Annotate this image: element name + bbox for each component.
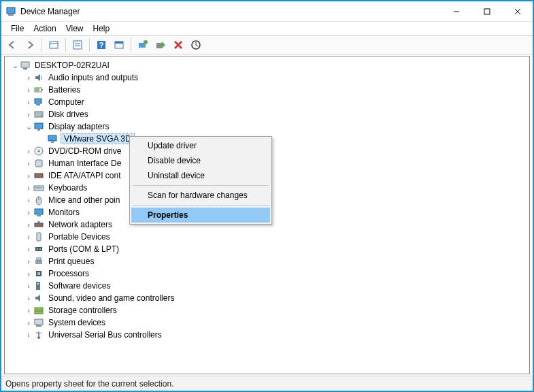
network-icon	[33, 219, 44, 230]
tree-category[interactable]: ›IDE ATA/ATAPI cont	[21, 169, 529, 182]
tree-category-label: Ports (COM & LPT)	[47, 244, 120, 254]
dvd-icon	[33, 146, 44, 157]
ctx-scan-hardware[interactable]: Scan for hardware changes	[131, 188, 270, 203]
minimize-button[interactable]	[441, 2, 471, 21]
tree-category[interactable]: ›Universal Serial Bus controllers	[21, 329, 529, 341]
expand-collapse-icon[interactable]: ⌄	[24, 122, 33, 131]
tree-category[interactable]: ›Print queues	[21, 255, 529, 267]
expand-collapse-icon[interactable]: ›	[24, 233, 33, 241]
tree-category[interactable]: ›Portable Devices	[21, 231, 529, 243]
tree-category[interactable]: ›Network adapters	[21, 218, 529, 231]
status-bar: Opens property sheet for the current sel…	[1, 376, 533, 391]
show-hidden-button[interactable]	[46, 37, 62, 52]
svg-rect-33	[51, 142, 54, 143]
expand-collapse-icon[interactable]: ›	[24, 98, 33, 106]
svg-rect-22	[23, 68, 27, 69]
tree-category[interactable]: ›Disk drives	[21, 108, 529, 120]
expand-collapse-icon[interactable]: ›	[24, 147, 33, 155]
tree-category[interactable]: ›Storage controllers	[21, 304, 529, 316]
svg-rect-21	[21, 62, 29, 67]
tree-category[interactable]: ›Ports (COM & LPT)	[21, 243, 529, 255]
back-button[interactable]	[4, 37, 20, 52]
expand-collapse-icon[interactable]: ›	[24, 306, 33, 314]
ctx-properties[interactable]: Properties	[131, 208, 270, 223]
device-tree[interactable]: ⌄ DESKTOP-02R2UAI ›Audio inputs and outp…	[4, 56, 530, 374]
tree-category[interactable]: ›Computer	[21, 96, 529, 108]
find-button[interactable]	[111, 37, 127, 52]
tree-category[interactable]: ›Sound, video and game controllers	[21, 292, 529, 304]
expand-collapse-icon[interactable]: ›	[24, 196, 33, 204]
computer-icon	[20, 60, 31, 71]
tree-category[interactable]: ›System devices	[21, 316, 529, 329]
tree-category-label: Display adapters	[47, 122, 110, 131]
forward-button[interactable]	[22, 37, 38, 52]
expand-collapse-icon[interactable]: ›	[24, 331, 33, 339]
toolbar-separator	[65, 38, 66, 52]
expand-collapse-icon[interactable]: ›	[24, 245, 33, 253]
uninstall-button[interactable]	[170, 37, 186, 52]
ctx-separator	[133, 185, 269, 186]
svg-point-35	[38, 150, 40, 152]
svg-rect-1	[8, 14, 14, 16]
menu-file[interactable]: File	[7, 23, 28, 34]
expand-collapse-icon[interactable]: ›	[24, 110, 33, 118]
tree-category[interactable]: ›Software devices	[21, 280, 529, 292]
maximize-button[interactable]	[471, 2, 502, 21]
tree-category-label: Sound, video and game controllers	[47, 293, 176, 303]
tree-category[interactable]: ›Monitors	[21, 206, 529, 218]
expand-collapse-icon[interactable]: ›	[24, 294, 33, 302]
menu-action[interactable]: Action	[29, 23, 60, 34]
mouse-icon	[33, 195, 44, 206]
svg-rect-59	[36, 325, 41, 327]
svg-rect-3	[484, 9, 490, 14]
ctx-update-driver[interactable]: Update driver	[131, 138, 270, 153]
svg-rect-17	[156, 43, 162, 48]
tree-category-label: DVD/CD-ROM drive	[47, 146, 122, 156]
tree-root[interactable]: ⌄ DESKTOP-02R2UAI	[7, 59, 529, 71]
svg-rect-30	[35, 123, 43, 129]
tree-category[interactable]: ›DVD/CD-ROM drive	[21, 145, 529, 157]
properties-button[interactable]	[69, 37, 86, 52]
help-button[interactable]: ?	[93, 37, 110, 52]
svg-rect-36	[35, 160, 42, 167]
update-driver-button[interactable]	[135, 37, 151, 52]
expand-collapse-icon[interactable]: ›	[24, 318, 33, 327]
tree-category-label: Batteries	[47, 85, 82, 95]
scan-hardware-button[interactable]	[188, 37, 204, 52]
tree-category[interactable]: ›Processors	[21, 267, 529, 280]
svg-point-16	[144, 40, 148, 44]
enable-button[interactable]	[152, 37, 169, 52]
tree-category[interactable]: ›Audio inputs and outputs	[21, 71, 529, 84]
svg-text:?: ?	[99, 41, 104, 49]
expand-collapse-icon[interactable]: ›	[24, 159, 33, 167]
expand-collapse-icon[interactable]: ›	[24, 208, 33, 216]
expand-collapse-icon[interactable]: ›	[24, 270, 33, 278]
ctx-disable-device[interactable]: Disable device	[131, 153, 270, 168]
svg-rect-0	[7, 7, 15, 14]
expand-collapse-icon[interactable]: ›	[24, 184, 33, 192]
cpu-icon	[33, 268, 44, 279]
expand-collapse-icon[interactable]: ›	[24, 257, 33, 265]
software-icon	[33, 280, 44, 291]
svg-point-55	[37, 283, 39, 284]
svg-rect-8	[73, 41, 82, 49]
tree-category[interactable]: ›Keyboards	[21, 182, 529, 194]
expand-collapse-icon[interactable]: ›	[24, 220, 33, 229]
expand-collapse-icon[interactable]: ›	[24, 74, 33, 82]
tree-category[interactable]: ›Mice and other poin	[21, 194, 529, 206]
tree-category[interactable]: ›Batteries	[21, 84, 529, 96]
expand-collapse-icon[interactable]: ⌄	[10, 61, 20, 70]
ctx-uninstall-device[interactable]: Uninstall device	[131, 168, 270, 183]
svg-rect-31	[37, 129, 40, 131]
menu-help[interactable]: Help	[89, 23, 114, 34]
menu-view[interactable]: View	[62, 23, 88, 34]
expand-collapse-icon[interactable]: ›	[24, 86, 33, 94]
expand-collapse-icon[interactable]: ›	[24, 282, 33, 290]
portable-icon	[33, 231, 44, 242]
tree-category[interactable]: ⌄Display adapters	[21, 120, 529, 133]
expand-collapse-icon[interactable]: ›	[24, 172, 33, 180]
close-button[interactable]	[502, 2, 533, 21]
tree-category[interactable]: ›Human Interface De	[21, 157, 529, 169]
toolbar: ?	[1, 35, 533, 54]
tree-device[interactable]: ·VMware SVGA 3D	[35, 133, 529, 145]
